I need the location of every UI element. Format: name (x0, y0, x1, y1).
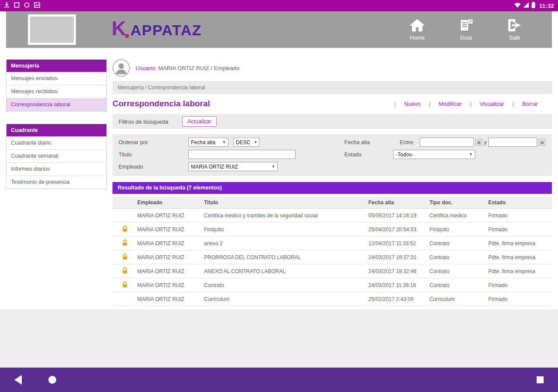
recents-button[interactable] (537, 376, 544, 383)
logo-k-glyph: K (112, 20, 126, 37)
app-header: K APPATAZ Home ? Guía Salir (6, 11, 552, 48)
action-separator: | (395, 101, 396, 107)
nav-guia-label: Guía (460, 34, 472, 41)
sidebar-section-cuadrante: Cuadrante Cuadrante diario Cuadrante sem… (6, 124, 107, 189)
cell-empleado: MARIA ORTIZ RUIZ (137, 226, 204, 233)
cell-fecha-alta: 25/04/2017 20:54:53 (368, 226, 429, 233)
table-row[interactable]: MARIA ORTIZ RUIZ ANEXO AL CONTRATO LABOR… (112, 264, 552, 278)
cell-empleado: MARIA ORTIZ RUIZ (137, 268, 204, 274)
title-row: Correspondencia laboral | Nuevo | Modifi… (112, 94, 552, 113)
ordenar-por-label: Ordenar por (119, 139, 148, 145)
estado-value: -Todos- (396, 152, 413, 158)
titulo-input[interactable] (188, 150, 296, 159)
col-tipo-doc: Tipo doc. (429, 199, 488, 206)
header-nav: Home ? Guía Salir (403, 18, 552, 41)
col-fecha-alta: Fecha alta (368, 199, 429, 206)
sidebar-item-testimonio-presencia[interactable]: Testimonio de presencia (7, 176, 106, 189)
nav-home-button[interactable]: Home (403, 18, 432, 41)
sidebar-item-cuadrante-diario[interactable]: Cuadrante diario (7, 136, 106, 149)
ordenar-por-select[interactable]: Fecha alta ▼ (188, 138, 228, 147)
sidebar-item-correspondencia-laboral[interactable]: Correspondencia laboral (7, 98, 106, 111)
cell-fecha-alta: 24/03/2017 11:39:18 (368, 282, 429, 288)
page-title: Correspondencia laboral (112, 99, 210, 108)
logo-placeholder-box (28, 14, 76, 45)
chevron-down-icon: ▼ (466, 152, 473, 156)
download-icon (4, 2, 10, 10)
cell-titulo: Contrato (204, 282, 368, 288)
record-icon (24, 2, 30, 10)
cell-fecha-alta: 25/02/2017 2:43:09 (368, 296, 429, 302)
cell-fecha-alta: 12/04/2017 11:33:52 (368, 240, 429, 247)
user-name-value: MARIA ORTIZ RUIZ / Empleado (158, 65, 239, 71)
action-separator: | (470, 101, 471, 107)
col-estado: Estado (488, 199, 552, 206)
fecha-hasta-input[interactable] (488, 138, 537, 147)
lock-icon (122, 267, 128, 275)
nav-home-label: Home (410, 34, 425, 41)
nav-salir-button[interactable]: Salir (500, 18, 529, 41)
back-button[interactable] (14, 375, 22, 385)
nav-guia-button[interactable]: ? Guía (452, 18, 480, 41)
sidebar-item-informes-diarios[interactable]: Informes diarios (7, 162, 106, 176)
exit-icon (506, 18, 524, 34)
sidebar-header-cuadrante: Cuadrante (7, 124, 106, 136)
page-background (0, 309, 558, 368)
empleado-label: Empleado (119, 164, 143, 170)
cell-estado: Pdte. firma empresa (488, 254, 552, 260)
action-nuevo[interactable]: Nuevo (404, 101, 421, 107)
cell-empleado: MARIA ORTIZ RUIZ (137, 282, 204, 288)
cell-empleado: MARIA ORTIZ RUIZ (137, 240, 204, 247)
cell-empleado: MARIA ORTIZ RUIZ (137, 296, 204, 302)
cell-fecha-alta: 24/03/2017 19:32:46 (368, 268, 429, 274)
sidebar: Mensajería Mensajes enviados Mensajes re… (6, 59, 107, 201)
lock-icon (122, 281, 128, 289)
calendar-icon[interactable]: ▦ (476, 139, 482, 145)
action-borrar[interactable]: Borrar (522, 101, 538, 107)
android-nav-bar (0, 368, 558, 392)
sidebar-item-cuadrante-semanal[interactable]: Cuadrante semanal (7, 149, 106, 162)
cell-tipo-doc: Contrato (429, 282, 488, 288)
stop-icon (14, 2, 20, 10)
android-status-bar: 11:32 (0, 0, 558, 11)
user-row: Usuario: MARIA ORTIZ RUIZ / Empleado (112, 59, 552, 77)
photo-icon (34, 2, 40, 10)
fecha-alta-filter-label: Fecha alta (344, 139, 370, 145)
logo-wordmark: APPATAZ (130, 22, 201, 39)
estado-select[interactable]: -Todos- ▼ (393, 150, 475, 159)
cell-titulo: Curriculum (204, 296, 368, 302)
sidebar-header-mensajeria: Mensajería (7, 60, 106, 72)
col-empleado: Empleado (137, 199, 204, 206)
table-row[interactable]: MARIA ORTIZ RUIZ PRORROSA DEL CONTRATO L… (112, 250, 552, 264)
calendar-icon[interactable]: ▦ (539, 139, 545, 145)
table-row[interactable]: MARIA ORTIZ RUIZ anexo 2 12/04/2017 11:3… (112, 237, 552, 250)
empleado-select[interactable]: MARIA ORTIZ RUIZ ▼ (188, 162, 278, 171)
ordenar-por-value: Fecha alta (191, 139, 215, 145)
direccion-select[interactable]: DESC ▼ (233, 138, 259, 147)
action-modificar[interactable]: Modificar (439, 101, 462, 107)
table-row[interactable]: MARIA ORTIZ RUIZ Contrato 24/03/2017 11:… (112, 278, 552, 292)
cell-estado: Firmado (488, 213, 552, 219)
entre-label: Entre: (400, 139, 414, 145)
empleado-value: MARIA ORTIZ RUIZ (191, 164, 238, 170)
lock-icon (122, 253, 128, 261)
cell-titulo: anexo 2 (204, 240, 368, 247)
home-button[interactable] (48, 376, 56, 384)
cell-empleado: MARIA ORTIZ RUIZ (137, 213, 204, 219)
sidebar-item-mensajes-enviados[interactable]: Mensajes enviados (7, 72, 106, 85)
actualizar-button[interactable]: Actualizar (182, 116, 217, 127)
action-visualizar[interactable]: Visualizar (480, 101, 504, 107)
table-row[interactable]: MARIA ORTIZ RUIZ Finiquito 25/04/2017 20… (112, 223, 552, 237)
filter-row-ordenar: Ordenar por Fecha alta ▼ DESC ▼ Fecha al… (112, 136, 552, 149)
breadcrumb: Mensajería / Correspondencia laboral (112, 81, 552, 94)
cell-estado: Pdte. firma empresa (488, 240, 552, 247)
fecha-desde-input[interactable] (420, 138, 474, 147)
table-row[interactable]: MARIA ORTIZ RUIZ Certifica medico y tram… (112, 209, 552, 223)
cellular-signal-icon (523, 2, 529, 10)
chevron-down-icon: ▼ (250, 140, 257, 144)
cell-estado: Firmado (488, 282, 552, 288)
table-row[interactable]: MARIA ORTIZ RUIZ Curriculum 25/02/2017 2… (112, 292, 552, 306)
filters-header: Filtros de búsqueda Actualizar (112, 114, 552, 129)
cell-titulo: PRORROSA DEL CONTRATO LABORAL (204, 254, 368, 260)
results-header: Resultado de la búsqueda (7 elementos) (112, 182, 552, 194)
sidebar-item-mensajes-recibidos[interactable]: Mensajes recibidos (7, 85, 106, 98)
